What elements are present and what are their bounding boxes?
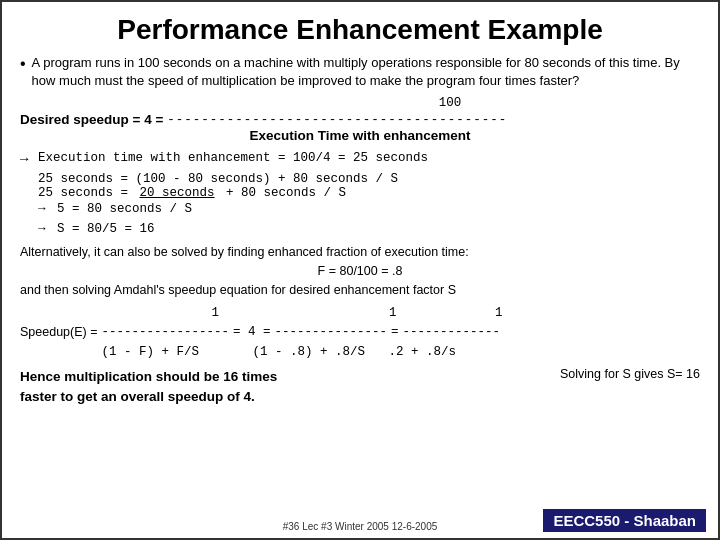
arrow3-line: S = 80/5 = 16 bbox=[57, 222, 155, 236]
dash-line1: ----------------- bbox=[101, 323, 229, 342]
dash-line3: ------------- bbox=[403, 323, 501, 342]
exec-time-label: Execution Time with enhancement bbox=[20, 128, 700, 143]
dash-line2: --------------- bbox=[275, 323, 388, 342]
bullet-text: A program runs in 100 seconds on a machi… bbox=[32, 54, 700, 90]
speedup-desired-row: Desired speedup = 4 = ------------------… bbox=[20, 112, 700, 127]
bullet-item: • A program runs in 100 seconds on a mac… bbox=[20, 54, 700, 90]
arrow1-line2: 25 seconds = (100 - 80 seconds) + 80 sec… bbox=[38, 172, 700, 186]
alt-line1: Alternatively, it can also be solved by … bbox=[20, 243, 700, 262]
alt-section: Alternatively, it can also be solved by … bbox=[20, 243, 700, 299]
frac2-num-top: 1 bbox=[277, 303, 397, 323]
alt-line3: and then solving Amdahl's speedup equati… bbox=[20, 281, 700, 300]
speedup-eq-section: Speedup(E) = 1 = 4 = 1 = 1 Speedup(E) = … bbox=[20, 303, 700, 362]
bullet-section: • A program runs in 100 seconds on a mac… bbox=[20, 54, 700, 90]
eq1: = 4 = bbox=[233, 323, 271, 342]
frac1-den: (1 - F) + F/S bbox=[101, 342, 199, 362]
slide-title: Performance Enhancement Example bbox=[20, 14, 700, 46]
frac3-den: .2 + .8/s bbox=[389, 342, 457, 362]
arrow1-line3: 25 seconds = 20 seconds + 80 seconds / S bbox=[38, 186, 700, 200]
eq2: = bbox=[391, 323, 399, 342]
arrow2-row: → 5 = 80 seconds / S bbox=[38, 200, 700, 219]
arrow3-icon: → bbox=[38, 222, 46, 236]
arrow2-line: 5 = 80 seconds / S bbox=[57, 202, 192, 216]
arrow3-row: → S = 80/5 = 16 bbox=[38, 220, 700, 239]
frac1-num-top: 1 bbox=[114, 303, 219, 323]
bullet-dot: • bbox=[20, 54, 26, 75]
arrow2-block: → 5 = 80 seconds / S → S = 80/5 = 16 bbox=[38, 200, 700, 239]
frac2-den: (1 - .8) + .8/S bbox=[253, 342, 366, 362]
hence-text-block: Hence multiplication should be 16 times … bbox=[20, 367, 277, 408]
dashes: ---------------------------------------- bbox=[167, 113, 507, 127]
arrow1-line3-part1: 25 seconds = bbox=[38, 186, 128, 200]
hence-section: Hence multiplication should be 16 times … bbox=[20, 367, 700, 408]
arrow1-line3-part3: + 80 seconds / S bbox=[226, 186, 346, 200]
arrow2-icon: → bbox=[38, 202, 46, 216]
speedup-eq-row: Speedup(E) = ----------------- = 4 = ---… bbox=[20, 323, 700, 342]
alt-line2: F = 80/100 = .8 bbox=[20, 262, 700, 281]
arrow1-icon: → bbox=[20, 149, 34, 170]
desired-speedup-label: Desired speedup = 4 = bbox=[20, 112, 163, 127]
arrow1-block: → Execution time with enhancement = 100/… bbox=[20, 149, 700, 200]
hence-line2: faster to get an overall speedup of 4. bbox=[20, 387, 277, 407]
frac3-num-top: 1 bbox=[420, 303, 503, 323]
hence-line1: Hence multiplication should be 16 times bbox=[20, 367, 277, 387]
speedup-denom-row: Speedup(E) = (1 - F) + F/S = 4 = (1 - .8… bbox=[20, 342, 700, 362]
arrow1-row: → Execution time with enhancement = 100/… bbox=[20, 149, 700, 170]
slide: Performance Enhancement Example • A prog… bbox=[0, 0, 720, 540]
footer-ref: #36 Lec #3 Winter 2005 12-6-2005 bbox=[283, 521, 438, 532]
arrow1-line1: Execution time with enhancement = 100/4 … bbox=[38, 149, 428, 168]
arrow1-line3-part2: 20 seconds bbox=[140, 186, 215, 200]
speedup-e-label: Speedup(E) = bbox=[20, 323, 97, 342]
hundred-label: 100 bbox=[200, 96, 700, 110]
solving-text: Solving for S gives S= 16 bbox=[550, 367, 700, 381]
eecc-box: EECC550 - Shaaban bbox=[543, 509, 706, 532]
